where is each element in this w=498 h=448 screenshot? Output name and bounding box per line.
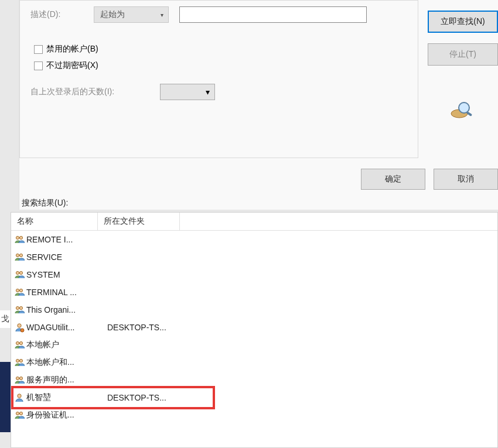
description-mode-dropdown[interactable]: 起始为 ▾	[94, 6, 169, 23]
user-icon	[13, 392, 25, 403]
svg-point-6	[19, 254, 22, 257]
results-body: REMOTE I...SERVICESYSTEMTERMINAL ...This…	[11, 231, 497, 424]
svg-point-10	[19, 289, 22, 292]
group-icon	[13, 410, 25, 420]
description-label: 描述(D):	[30, 9, 94, 20]
svg-point-23	[19, 412, 22, 415]
disabled-accounts-checkbox[interactable]	[34, 45, 43, 54]
svg-point-20	[19, 377, 22, 379]
magnifier-icon	[449, 100, 477, 122]
group-icon	[13, 269, 25, 280]
table-row[interactable]: 本地帐户和...	[11, 354, 497, 371]
cell-name: 服务声明的...	[25, 375, 101, 385]
cancel-button[interactable]: 取消	[434, 169, 498, 190]
results-panel: 名称 所在文件夹 REMOTE I...SERVICESYSTEMTERMINA…	[11, 212, 498, 448]
results-header: 名称 所在文件夹	[11, 213, 497, 231]
group-icon	[13, 252, 25, 262]
disabled-accounts-label: 禁用的帐户(B)	[46, 44, 98, 54]
svg-point-19	[16, 377, 19, 379]
description-input[interactable]	[179, 6, 367, 23]
svg-point-14	[21, 329, 24, 332]
svg-point-18	[19, 359, 22, 362]
chevron-down-icon: ▾	[161, 12, 163, 18]
svg-point-21	[18, 394, 21, 398]
search-criteria-panel: 描述(D): 起始为 ▾ 禁用的帐户(B) 不过期密码(X) 自上次登录后的天数…	[19, 0, 418, 158]
group-icon	[13, 234, 25, 245]
group-icon	[13, 305, 25, 315]
dialog-action-row: 确定 取消	[19, 164, 498, 196]
svg-point-16	[19, 341, 22, 344]
svg-point-3	[16, 236, 19, 239]
table-row[interactable]: This Organi...	[11, 301, 497, 319]
description-row: 描述(D): 起始为 ▾	[30, 6, 407, 23]
table-row[interactable]: SERVICE	[11, 248, 497, 266]
stop-button: 停止(T)	[428, 43, 498, 66]
no-expire-pwd-checkbox[interactable]	[34, 61, 43, 70]
svg-point-4	[19, 236, 22, 239]
table-row[interactable]: SYSTEM	[11, 266, 497, 283]
svg-point-1	[459, 102, 469, 113]
cell-name: 机智堃	[25, 392, 101, 403]
no-expire-pwd-row[interactable]: 不过期密码(X)	[34, 60, 407, 71]
cell-name: SERVICE	[25, 252, 101, 262]
days-since-login-row: 自上次登录后的天数(I): ▾	[30, 84, 407, 100]
cell-name: 身份验证机...	[25, 410, 101, 420]
cell-name: 本地帐户	[25, 340, 101, 350]
svg-point-11	[16, 306, 19, 309]
cell-name: 本地帐户和...	[25, 357, 101, 368]
table-row[interactable]: WDAGUtilit...DESKTOP-TS...	[11, 319, 497, 336]
disabled-accounts-row[interactable]: 禁用的帐户(B)	[34, 44, 407, 54]
cell-name: TERMINAL ...	[25, 288, 101, 297]
days-since-login-dropdown[interactable]: ▾	[160, 84, 215, 100]
no-expire-pwd-label: 不过期密码(X)	[46, 60, 98, 71]
table-row[interactable]: 本地帐户	[11, 336, 497, 354]
svg-point-9	[16, 289, 19, 292]
group-icon	[13, 287, 25, 297]
table-row[interactable]: 机智堃DESKTOP-TS...	[11, 389, 497, 406]
left-strip-text: 戈	[0, 310, 11, 328]
user-badge-icon	[13, 322, 25, 333]
column-header-folder[interactable]: 所在文件夹	[98, 213, 180, 230]
group-icon	[13, 375, 25, 385]
cell-name: SYSTEM	[25, 270, 101, 279]
svg-point-8	[19, 271, 22, 274]
svg-point-5	[16, 254, 19, 257]
ok-button[interactable]: 确定	[361, 169, 425, 190]
group-icon	[13, 340, 25, 350]
cell-name: REMOTE I...	[25, 235, 101, 244]
right-button-column: 立即查找(N) 停止(T)	[428, 11, 498, 164]
cell-folder: DESKTOP-TS...	[101, 323, 189, 332]
svg-point-15	[16, 341, 19, 344]
cell-name: WDAGUtilit...	[25, 323, 101, 332]
cell-folder: DESKTOP-TS...	[101, 393, 189, 402]
left-dark-block	[0, 362, 11, 432]
group-icon	[13, 357, 25, 368]
days-since-login-label: 自上次登录后的天数(I):	[30, 87, 114, 97]
column-header-name[interactable]: 名称	[11, 213, 98, 230]
find-now-button[interactable]: 立即查找(N)	[428, 11, 498, 33]
svg-point-17	[16, 359, 19, 362]
chevron-down-icon: ▾	[206, 87, 210, 97]
select-users-dialog: 描述(D): 起始为 ▾ 禁用的帐户(B) 不过期密码(X) 自上次登录后的天数…	[19, 0, 498, 210]
svg-point-12	[19, 306, 22, 309]
table-row[interactable]: 身份验证机...	[11, 406, 497, 424]
results-label: 搜索结果(U):	[22, 198, 498, 208]
cell-name: This Organi...	[25, 305, 101, 314]
table-row[interactable]: TERMINAL ...	[11, 283, 497, 301]
svg-point-22	[16, 412, 19, 415]
svg-point-7	[16, 271, 19, 274]
description-mode-value: 起始为	[100, 9, 125, 20]
svg-point-13	[18, 324, 21, 327]
table-row[interactable]: REMOTE I...	[11, 231, 497, 248]
table-row[interactable]: 服务声明的...	[11, 371, 497, 389]
